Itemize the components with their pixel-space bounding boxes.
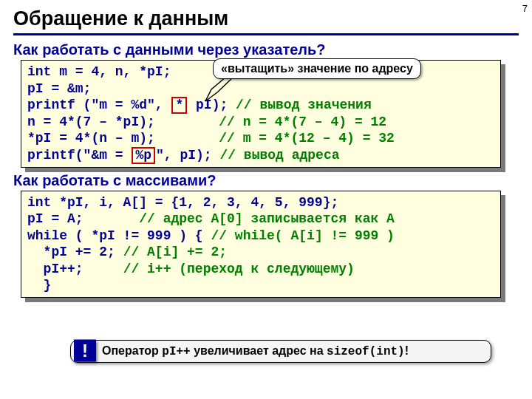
c1-l6a: printf("&m = <box>27 148 131 163</box>
highlight-percent-p: %p <box>132 147 155 164</box>
note-t3: ! <box>405 344 409 357</box>
c2-l6: } <box>27 278 51 293</box>
slide-title: Обращение к данным <box>13 7 519 30</box>
c2-l5b: // i++ (переход к следующему) <box>123 262 355 276</box>
subheading-1: Как работать с данными через указатель? <box>13 41 519 58</box>
c1-l3c: // вывод значения <box>236 98 372 112</box>
c1-l3a: printf ("m = %d", <box>27 98 171 112</box>
callout-tail-icon <box>204 75 248 104</box>
c2-l3a: while ( *pI != 999 ) { <box>27 228 211 243</box>
c2-l1: int *pI, i, A[] = {1, 2, 3, 4, 5, 999}; <box>27 195 338 210</box>
c2-l2a: pI = A; <box>27 211 139 226</box>
c1-l1: int m = 4, n, *pI; <box>27 64 171 79</box>
code-block-2-wrap: int *pI, i, A[] = {1, 2, 3, 4, 5, 999}; … <box>21 191 501 298</box>
c1-l4b: // n = 4*(7 – 4) = 12 <box>219 115 386 129</box>
code-block-2: int *pI, i, A[] = {1, 2, 3, 4, 5, 999}; … <box>21 191 501 298</box>
c1-l5b: // m = 4*(12 – 4) = 32 <box>219 131 395 146</box>
page-number: 7 <box>522 3 528 14</box>
c1-l6c: // вывод адреса <box>219 148 339 163</box>
c1-l2: pI = &m; <box>27 81 91 96</box>
c2-l4a: *pI += 2; <box>27 245 123 259</box>
c1-l5a: *pI = 4*(n – m); <box>27 131 219 146</box>
highlight-star: * <box>171 97 187 114</box>
c1-l6b: ", pI); <box>156 148 219 163</box>
note-m1: pI++ <box>162 345 190 358</box>
c2-l5a: pI++; <box>27 262 123 276</box>
note-box: ! Оператор pI++ увеличивает адрес на siz… <box>70 340 491 363</box>
subheading-2: Как работать с массивами? <box>13 172 519 189</box>
c1-l4a: n = 4*(7 – *pI); <box>27 115 219 129</box>
callout-extract-value: «вытащить» значение по адресу <box>213 58 421 79</box>
title-rule <box>13 33 519 35</box>
note-t1: Оператор <box>102 344 162 357</box>
exclamation-icon: ! <box>74 339 96 361</box>
note-m2: sizeof(int) <box>327 345 405 358</box>
c2-l2b: // адрес A[0] записывается как A <box>139 211 395 226</box>
c2-l4b: // A[i] += 2; <box>123 245 227 259</box>
code-block-1-wrap: int m = 4, n, *pI; pI = &m; printf ("m =… <box>21 60 501 168</box>
note-wrap: ! Оператор pI++ увеличивает адрес на siz… <box>70 340 491 363</box>
c2-l3b: // while( A[i] != 999 ) <box>211 228 394 243</box>
note-t2: увеличивает адрес на <box>191 344 327 357</box>
